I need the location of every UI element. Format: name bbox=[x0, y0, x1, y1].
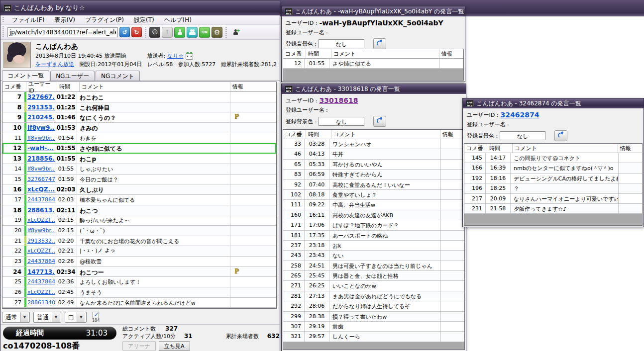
comment-row[interactable]: 19218:16デビューシングルCAの格好してましたよね☆ bbox=[464, 174, 642, 183]
user-id-link[interactable]: xLcQZZf... bbox=[27, 248, 55, 254]
arena-button[interactable]: アリーナ bbox=[122, 341, 156, 351]
comment-row[interactable]: 8291353...01:25これ何枠目 bbox=[2, 102, 276, 113]
header-comment[interactable]: コメント bbox=[80, 82, 230, 91]
comment-row[interactable]: 12-waH-...01:55さや姉に似てる bbox=[2, 143, 276, 154]
disconnect-button[interactable]: ↻ bbox=[131, 27, 142, 37]
header-time[interactable]: 時間 bbox=[306, 49, 331, 58]
header-comment-no[interactable]: コメ番 bbox=[464, 144, 487, 153]
comment-row[interactable]: 20If8yw9br...02:15(´・ω・`) bbox=[2, 226, 276, 236]
comment-row[interactable]: 252443786402:36よろしくお願いします！ bbox=[2, 277, 276, 287]
tab-comment-list[interactable]: コメント一覧 bbox=[2, 70, 49, 81]
user-id-link[interactable]: 210245... bbox=[27, 114, 55, 121]
user-id-link[interactable]: xLcQZZf... bbox=[27, 289, 55, 295]
comment-row[interactable]: 24147713...02:34わこつーP bbox=[2, 267, 276, 277]
display-mode-select[interactable]: 通常▼ bbox=[2, 312, 30, 323]
comment-row[interactable]: 27126:25いいことなのかw bbox=[283, 281, 464, 291]
comment-row[interactable]: 24323:43ない bbox=[283, 251, 464, 261]
user-id-link[interactable]: xLcQZ... bbox=[27, 186, 55, 193]
menu-file[interactable]: ファイル(F) bbox=[7, 15, 49, 25]
comment-row[interactable]: 23121:58夕飯作ってきます☆♪ bbox=[464, 204, 642, 214]
header-comment-no[interactable]: コメ番 bbox=[283, 130, 306, 139]
comment-row[interactable]: 16616:39nmbのセンターに似てますねo(＾▽＾)o bbox=[464, 163, 642, 173]
user-id-link[interactable]: If8yw9br... bbox=[27, 227, 55, 234]
menu-settings[interactable]: 設定(T) bbox=[129, 15, 159, 25]
user-id-link[interactable]: 24437864 bbox=[27, 196, 55, 203]
header-user-id[interactable]: ユーザーID bbox=[26, 82, 57, 91]
tab-ng-comment[interactable]: NGコメント bbox=[96, 71, 140, 81]
comment-row[interactable]: 14If8yw9br...01:55しゃぶりたい bbox=[2, 164, 276, 175]
user-id-link[interactable]: If8yw9br... bbox=[27, 166, 55, 172]
user-window-titlebar[interactable]: LIVENCV こんばんわあ - 33018618 の発言一覧 bbox=[282, 84, 466, 94]
comment-row[interactable]: 23723:18おk bbox=[283, 241, 464, 251]
user-id-link[interactable]: If8yw9br... bbox=[27, 135, 55, 141]
comment-row[interactable]: 22xLcQZZf...02:21|・ｪ・)ノ よっ bbox=[2, 246, 276, 257]
gear-icon[interactable]: ⚙ bbox=[212, 27, 222, 38]
user-id-link[interactable]: 218856... bbox=[27, 155, 55, 162]
tachimi-a-button[interactable]: 立ち見A bbox=[159, 341, 190, 351]
broadcaster-link[interactable]: なり☆ bbox=[167, 52, 183, 60]
comment-row[interactable]: 1201:55さや姉に似てる bbox=[283, 59, 463, 69]
add-user-icon[interactable]: + bbox=[230, 27, 241, 38]
user-id-link[interactable]: 291353... bbox=[27, 104, 55, 111]
comment-row[interactable]: 212913532...02:20千葉なのにお台場の花火の音が聞こえる bbox=[2, 236, 276, 247]
comment-row[interactable]: 19618:25？ bbox=[464, 183, 642, 193]
comment-row[interactable]: 9207:40高校に食堂あるんだ！いいなー bbox=[283, 180, 464, 190]
comment-row[interactable]: 8306:59特殊すぎてわからん bbox=[283, 170, 464, 179]
user-id-link[interactable]: xLcQZZf... bbox=[27, 217, 55, 223]
comment-row[interactable]: 21720:09なりさんハーマイオニーより可愛いです♭★ bbox=[464, 194, 642, 204]
comment-row[interactable]: 29228:06だからなり姉は人生得してるぞ bbox=[283, 301, 464, 311]
comment-row[interactable]: 232443786402:26@桜吹雪 bbox=[2, 257, 276, 267]
comment-row[interactable]: 18117:35あーパスポートの略ね bbox=[283, 231, 464, 241]
user-id-link[interactable]: 32766747 bbox=[27, 176, 55, 182]
connect-button[interactable]: ↺ bbox=[119, 27, 130, 37]
header-time[interactable]: 時間 bbox=[487, 144, 513, 153]
sound-on-icon[interactable]: ON bbox=[199, 27, 210, 38]
header-info[interactable]: 情報 bbox=[230, 82, 276, 91]
color-select[interactable]: □▼ bbox=[65, 312, 87, 323]
header-comment[interactable]: コメント bbox=[331, 49, 439, 58]
comment-row[interactable]: 11If8yw9br...01:54わきを bbox=[2, 133, 276, 144]
header-comment-no[interactable]: コメ番 bbox=[2, 82, 26, 91]
comment-row[interactable]: 32129:57しんくーら bbox=[283, 332, 464, 342]
header-info[interactable]: 情報 bbox=[618, 144, 642, 153]
user-id-link[interactable]: 33018618 bbox=[319, 96, 358, 104]
comment-row[interactable]: 25824:51男は可愛い子すきなのは当たり前じゃん bbox=[283, 261, 464, 271]
comment-row[interactable]: 29928:38損？得って書いたわw bbox=[283, 312, 464, 322]
comment-row[interactable]: 4604:13牛丼 bbox=[283, 149, 464, 159]
menu-plugin[interactable]: プラグイン(P) bbox=[81, 15, 128, 25]
comment-row[interactable]: 7327667...01:22わこわこ bbox=[2, 92, 276, 102]
header-comment[interactable]: コメント bbox=[513, 144, 618, 153]
comment-row[interactable]: 28127:13まあ男は金があればどうにでもなる bbox=[283, 291, 464, 301]
size-select[interactable]: 普通▼ bbox=[33, 312, 61, 323]
comment-row[interactable]: 16xLcQZ...02:03久しぶり bbox=[2, 184, 276, 195]
tv-face-icon[interactable]: ☺ bbox=[149, 27, 160, 38]
user-window-titlebar[interactable]: LIVENCV こんばんわあ - -waH-yBAupfYlaUxXK_5o0i… bbox=[282, 6, 465, 16]
user-id-link[interactable]: -waH-... bbox=[27, 145, 54, 152]
menubar-grip[interactable] bbox=[2, 17, 4, 23]
wrench-settings-button[interactable] bbox=[554, 130, 567, 141]
anonymous-184-checkbox[interactable] bbox=[93, 312, 99, 318]
header-time[interactable]: 時間 bbox=[306, 130, 331, 139]
comment-row[interactable]: 9210245...01:46なにくうの？P bbox=[2, 112, 276, 123]
broadcast-url-input[interactable] bbox=[7, 27, 118, 37]
header-comment[interactable]: コメント bbox=[331, 130, 440, 139]
bg-color-input[interactable]: なし bbox=[319, 39, 364, 48]
comment-row[interactable]: 19xLcQZZf...02:15酔っ払いが来たよ～ bbox=[2, 215, 276, 226]
users-icon[interactable] bbox=[187, 27, 198, 38]
user-id-link[interactable]: If8yw9... bbox=[27, 124, 55, 131]
user-id-link[interactable]: 32462874 bbox=[500, 111, 539, 119]
toolbar-grip[interactable] bbox=[2, 26, 4, 38]
comment-row[interactable]: 172443786402:03橋本愛ちゃんに似てる bbox=[2, 195, 276, 205]
bg-color-input[interactable]: なし bbox=[500, 131, 545, 140]
comment-row[interactable]: 18288613...02:11わこつ bbox=[2, 205, 276, 216]
comment-row[interactable]: 6505:33耳かけるのいいやん bbox=[283, 160, 464, 170]
tab-ng-user[interactable]: NGユーザー bbox=[50, 71, 95, 81]
upload-icon[interactable]: ↑ bbox=[162, 27, 173, 38]
user-window-titlebar[interactable]: LIVENCV こんばんわあ - 32462874 の発言一覧 bbox=[463, 98, 644, 108]
comment-row[interactable]: 26xLcQZZf...02:45うまそう bbox=[2, 287, 276, 298]
comment-row[interactable]: 153276674701:59今日のご飯は？ bbox=[2, 175, 276, 185]
comment-row[interactable]: 3303:28ワンシャンハオ bbox=[283, 139, 464, 149]
comment-row[interactable]: 16016:11高校の友達の友達がAKB bbox=[283, 210, 464, 220]
main-window-titlebar[interactable]: LIVENCV こんばんわあ by なり☆ bbox=[0, 0, 280, 15]
user-id-link[interactable]: 28861340 bbox=[27, 299, 55, 306]
